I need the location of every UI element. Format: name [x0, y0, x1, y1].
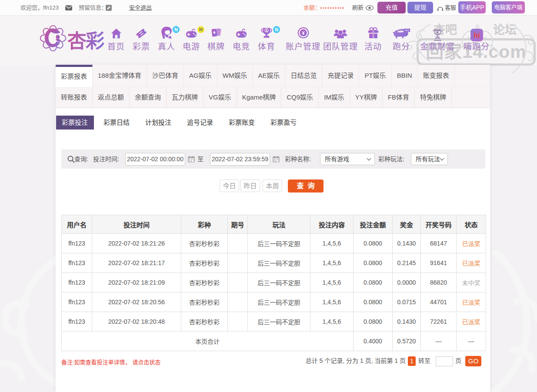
svg-text:¥: ¥ — [302, 30, 304, 36]
svg-text:1: 1 — [266, 28, 268, 33]
svg-text:hi: hi — [474, 32, 480, 39]
